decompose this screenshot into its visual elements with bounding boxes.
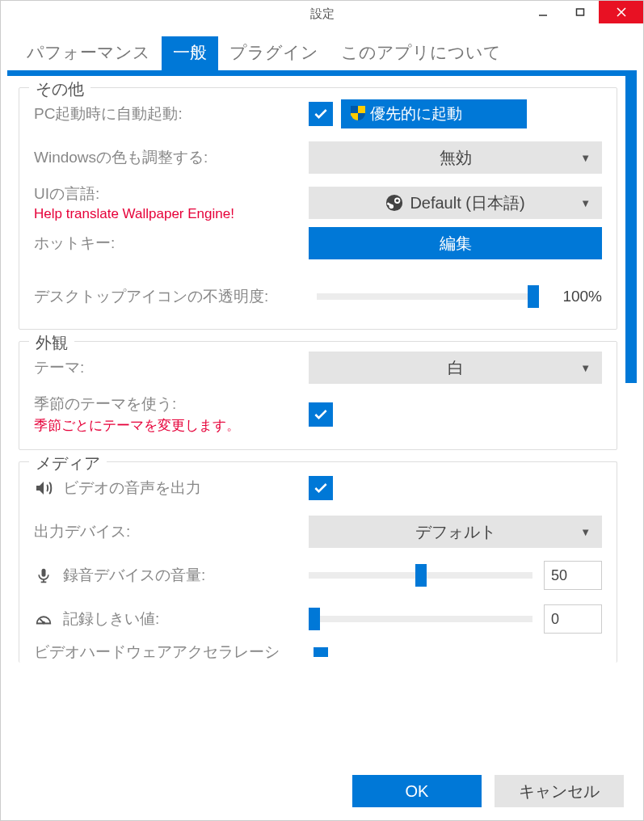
seasonal-theme-checkbox[interactable] bbox=[309, 402, 333, 427]
scrollbar-thumb[interactable] bbox=[625, 76, 637, 383]
speaker-icon bbox=[34, 478, 53, 498]
video-audio-checkbox[interactable] bbox=[309, 476, 333, 500]
maximize-button[interactable] bbox=[562, 1, 599, 23]
rec-volume-input[interactable] bbox=[544, 561, 602, 590]
slider-thumb[interactable] bbox=[309, 608, 320, 630]
slider-thumb[interactable] bbox=[415, 564, 427, 587]
hotkey-edit-label: 編集 bbox=[440, 233, 472, 255]
titlebar: 設定 bbox=[1, 1, 643, 27]
slider-thumb[interactable] bbox=[528, 285, 539, 308]
chevron-down-icon: ▼ bbox=[580, 197, 591, 209]
theme-select[interactable]: 白 ▼ bbox=[309, 352, 602, 384]
tab-general[interactable]: 一般 bbox=[162, 36, 218, 70]
ui-language-label: UIの言語: bbox=[34, 183, 309, 204]
minimize-button[interactable] bbox=[524, 1, 562, 23]
row-ui-language: UIの言語: Help translate Wallpaper Engine! … bbox=[34, 183, 602, 222]
hw-accel-checkbox-partial[interactable] bbox=[314, 647, 328, 657]
windows-color-label: Windowsの色も調整する: bbox=[34, 147, 309, 168]
seasonal-theme-label: 季節のテーマを使う: bbox=[34, 394, 309, 415]
chevron-down-icon: ▼ bbox=[580, 152, 591, 164]
row-theme: テーマ: 白 ▼ bbox=[34, 350, 602, 385]
output-device-value: デフォルト bbox=[415, 521, 496, 543]
rec-threshold-input[interactable] bbox=[544, 604, 602, 634]
row-rec-volume: 録音デバイスの音量: bbox=[34, 558, 602, 593]
hotkey-label: ホットキー: bbox=[34, 233, 309, 254]
section-appearance-legend: 外観 bbox=[29, 332, 74, 354]
theme-value: 白 bbox=[448, 357, 464, 379]
hotkey-edit-button[interactable]: 編集 bbox=[309, 227, 602, 259]
gauge-icon bbox=[34, 609, 53, 629]
ui-language-help-link[interactable]: Help translate Wallpaper Engine! bbox=[34, 206, 309, 222]
tab-performance[interactable]: パフォーマンス bbox=[15, 36, 162, 70]
tab-plugins[interactable]: プラグイン bbox=[218, 36, 330, 70]
row-hotkey: ホットキー: 編集 bbox=[34, 225, 602, 261]
icon-opacity-value: 100% bbox=[550, 288, 602, 305]
row-video-audio: ビデオの音声を出力 bbox=[34, 470, 602, 506]
rec-threshold-label: 記録しきい値: bbox=[63, 608, 159, 629]
section-media: メディア ビデオの音声を出力 出力デバイス: bbox=[19, 461, 617, 663]
scrollbar[interactable] bbox=[625, 76, 637, 760]
autostart-priority-button[interactable]: 優先的に起動 bbox=[341, 99, 527, 128]
svg-rect-1 bbox=[577, 9, 584, 15]
rec-volume-label: 録音デバイスの音量: bbox=[63, 565, 205, 586]
svg-line-11 bbox=[40, 619, 44, 623]
settings-window: 設定 パフォーマンス 一般 プラグイン このアプリについて その他 PC起動時に bbox=[0, 0, 644, 821]
ui-language-value: Default (日本語) bbox=[410, 192, 524, 214]
row-rec-threshold: 記録しきい値: bbox=[34, 601, 602, 637]
footer: OK キャンセル bbox=[1, 765, 643, 820]
video-audio-label: ビデオの音声を出力 bbox=[63, 478, 201, 499]
section-other: その他 PC起動時に自動起動: 優先的に起動 Windowsの色も bbox=[19, 87, 617, 330]
row-hw-accel: ビデオハードウェアアクセラレーシ bbox=[34, 642, 602, 663]
windows-color-select[interactable]: 無効 ▼ bbox=[309, 141, 602, 174]
ui-language-select[interactable]: Default (日本語) ▼ bbox=[309, 187, 602, 219]
svg-point-6 bbox=[396, 199, 399, 202]
tabs: パフォーマンス 一般 プラグイン このアプリについて bbox=[1, 27, 643, 70]
icon-opacity-label: デスクトップアイコンの不透明度: bbox=[34, 286, 317, 307]
row-seasonal-theme: 季節のテーマを使う: 季節ごとにテーマを変更します。 bbox=[34, 394, 602, 435]
output-device-select[interactable]: デフォルト ▼ bbox=[309, 516, 602, 548]
ok-button[interactable]: OK bbox=[352, 775, 482, 807]
steam-icon bbox=[385, 194, 403, 212]
content-area: その他 PC起動時に自動起動: 優先的に起動 Windowsの色も bbox=[7, 76, 637, 760]
close-button[interactable] bbox=[599, 1, 643, 23]
chevron-down-icon: ▼ bbox=[580, 526, 591, 538]
windows-color-value: 無効 bbox=[440, 147, 472, 169]
svg-rect-9 bbox=[42, 569, 46, 577]
shield-icon bbox=[351, 106, 365, 122]
window-controls bbox=[524, 1, 643, 23]
scroll-content: その他 PC起動時に自動起動: 優先的に起動 Windowsの色も bbox=[7, 76, 637, 760]
row-autostart: PC起動時に自動起動: 優先的に起動 bbox=[34, 96, 602, 132]
autostart-priority-label: 優先的に起動 bbox=[370, 103, 462, 124]
row-output-device: 出力デバイス: デフォルト ▼ bbox=[34, 514, 602, 549]
autostart-checkbox[interactable] bbox=[309, 102, 333, 126]
rec-volume-slider[interactable] bbox=[309, 572, 532, 579]
row-icon-opacity: デスクトップアイコンの不透明度: 100% bbox=[34, 279, 602, 314]
theme-label: テーマ: bbox=[34, 357, 309, 378]
section-media-legend: メディア bbox=[29, 453, 107, 474]
section-appearance: 外観 テーマ: 白 ▼ 季節のテーマを使う: 季節ごとにテーマを変更します。 bbox=[19, 341, 617, 450]
cancel-label: キャンセル bbox=[519, 781, 600, 802]
rec-threshold-slider[interactable] bbox=[309, 616, 532, 622]
tab-underline bbox=[7, 70, 637, 76]
tab-about[interactable]: このアプリについて bbox=[330, 36, 512, 70]
microphone-icon bbox=[34, 566, 53, 585]
seasonal-theme-help: 季節ごとにテーマを変更します。 bbox=[34, 416, 309, 435]
autostart-label: PC起動時に自動起動: bbox=[34, 103, 309, 124]
chevron-down-icon: ▼ bbox=[580, 362, 591, 374]
hw-accel-label: ビデオハードウェアアクセラレーシ bbox=[34, 642, 309, 663]
cancel-button[interactable]: キャンセル bbox=[495, 775, 624, 807]
section-other-legend: その他 bbox=[29, 78, 90, 100]
output-device-label: 出力デバイス: bbox=[34, 521, 309, 542]
ok-label: OK bbox=[406, 782, 429, 801]
icon-opacity-slider[interactable] bbox=[317, 293, 539, 300]
row-windows-color: Windowsの色も調整する: 無効 ▼ bbox=[34, 140, 602, 175]
